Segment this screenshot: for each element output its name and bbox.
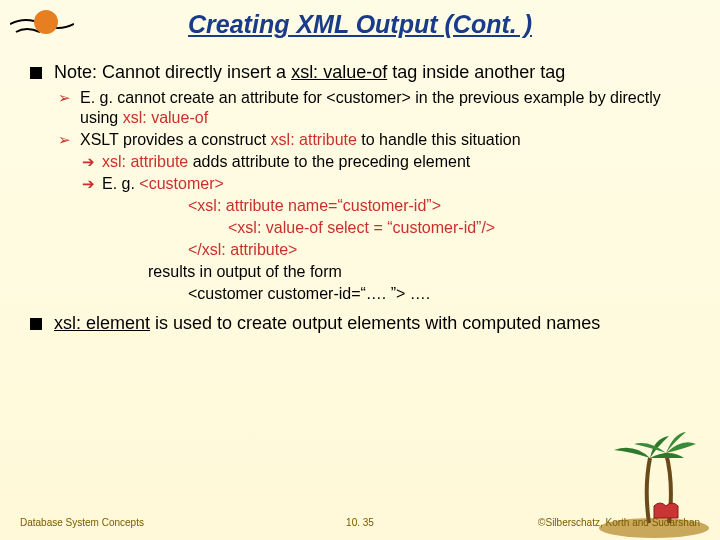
bullet-xslelement: xsl: element is used to create output el… — [30, 312, 690, 335]
code-ref: xsl: element — [54, 313, 150, 333]
bullet-note: Note: Cannot directly insert a xsl: valu… — [30, 61, 690, 84]
code-ref: xsl: value-of — [123, 109, 208, 126]
text: tag inside another tag — [387, 62, 565, 82]
footer-right: ©Silberschatz, Korth and Sudarshan — [538, 517, 700, 528]
code-ref: xsl: value-of — [291, 62, 387, 82]
down-arrow-bullet-icon: ➔ — [82, 175, 95, 194]
code-line: <customer customer-id=“…. ”> …. — [30, 284, 690, 304]
code-ref: <customer> — [139, 175, 223, 192]
code-line: <xsl: attribute name=“customer-id”> — [30, 196, 690, 216]
arrow-bullet-icon: ➢ — [58, 89, 71, 108]
text: is used to create output elements with c… — [150, 313, 600, 333]
code-ref: xsl: attribute — [271, 131, 357, 148]
subsub-adds: ➔ xsl: attribute adds attribute to the p… — [30, 152, 690, 172]
code-line: </xsl: attribute> — [30, 240, 690, 260]
text: to handle this situation — [357, 131, 521, 148]
text-line: results in output of the form — [30, 262, 690, 282]
slide-title: Creating XML Output (Cont. ) — [30, 10, 690, 39]
subbullet-xslt: ➢ XSLT provides a construct xsl: attribu… — [30, 130, 690, 150]
text: E. g. — [102, 175, 139, 192]
slide-body: Note: Cannot directly insert a xsl: valu… — [30, 61, 690, 334]
text: adds attribute to the preceding element — [188, 153, 470, 170]
code-ref: xsl: attribute — [102, 153, 188, 170]
square-bullet-icon — [30, 318, 42, 330]
text: XSLT provides a construct — [80, 131, 271, 148]
arrow-bullet-icon: ➢ — [58, 131, 71, 150]
subbullet-eg1: ➢ E. g. cannot create an attribute for <… — [30, 88, 690, 128]
subsub-eg: ➔ E. g. <customer> — [30, 174, 690, 194]
code-line: <xsl: value-of select = “customer-id”/> — [30, 218, 690, 238]
text: Note: Cannot directly insert a — [54, 62, 291, 82]
down-arrow-bullet-icon: ➔ — [82, 153, 95, 172]
square-bullet-icon — [30, 67, 42, 79]
